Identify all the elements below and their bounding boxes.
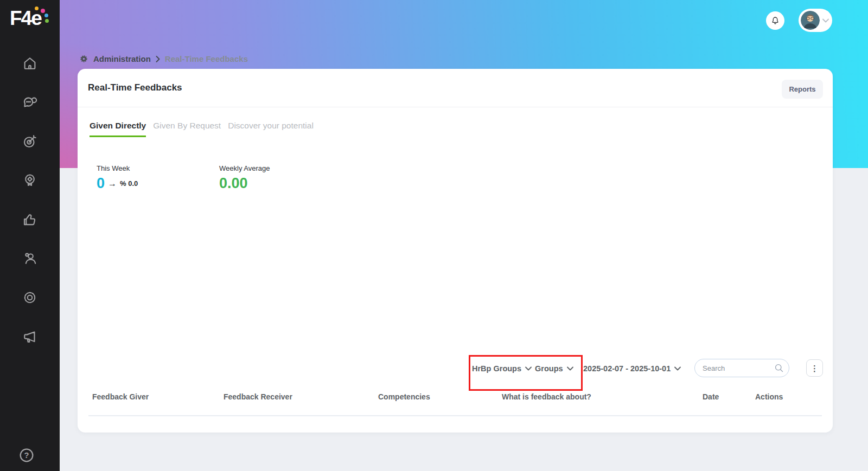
chevron-down-icon xyxy=(822,18,829,23)
column-competencies: Competencies xyxy=(378,392,430,401)
hrbp-groups-dropdown[interactable]: HrBp Groups xyxy=(472,362,532,376)
logo-dot-green xyxy=(45,19,49,23)
logo-dot-yellow xyxy=(35,7,39,10)
sidebar: F4e xyxy=(0,0,60,471)
brand-logo[interactable]: F4e xyxy=(7,5,53,31)
sidebar-item-help[interactable]: ? xyxy=(18,447,35,464)
sidebar-item-announcements[interactable] xyxy=(21,328,39,345)
sidebar-nav xyxy=(21,55,39,345)
target-icon xyxy=(22,133,38,150)
stat-this-week-value: 0 xyxy=(97,176,105,191)
bell-icon xyxy=(770,16,780,25)
settings-icon xyxy=(22,289,38,306)
sidebar-item-home[interactable] xyxy=(21,55,39,72)
tab-discover-your-potential[interactable]: Discover your potential xyxy=(228,121,314,137)
page: F4e xyxy=(0,0,868,471)
page-title: Real-Time Feedbacks xyxy=(88,82,182,93)
notifications-button[interactable] xyxy=(766,11,784,30)
thumbs-up-icon xyxy=(22,211,38,228)
gear-icon xyxy=(79,54,88,63)
groups-dropdown[interactable]: Groups xyxy=(535,362,573,376)
breadcrumb-current[interactable]: Real-Time Feedbacks xyxy=(165,54,248,63)
chevron-right-icon xyxy=(156,56,160,62)
person-icon xyxy=(22,250,38,267)
date-range-value: 2025-02-07 - 2025-10-01 xyxy=(583,364,671,373)
breadcrumb: Administration Real-Time Feedbacks xyxy=(79,54,248,63)
search-box xyxy=(694,359,789,377)
logo-dot-blue xyxy=(44,14,48,17)
chat-icon xyxy=(22,94,38,111)
breadcrumb-administration[interactable]: Administration xyxy=(93,54,151,63)
tabs: Given Directly Given By Request Discover… xyxy=(90,121,314,137)
sidebar-item-badges[interactable] xyxy=(21,172,39,189)
header-divider xyxy=(78,107,833,107)
stat-this-week-percent: % 0.0 xyxy=(120,179,138,188)
chevron-down-icon xyxy=(525,366,532,371)
help-icon: ? xyxy=(18,447,35,464)
tab-given-directly[interactable]: Given Directly xyxy=(90,121,146,137)
brand-logo-text: F4e xyxy=(10,7,41,29)
real-time-feedbacks-card: Real-Time Feedbacks Reports Given Direct… xyxy=(78,69,833,433)
reports-button[interactable]: Reports xyxy=(782,80,823,99)
column-date: Date xyxy=(703,392,719,401)
sidebar-item-people[interactable] xyxy=(21,250,39,267)
stat-this-week: This Week 0 → % 0.0 xyxy=(97,164,138,191)
logo-dot-pink xyxy=(41,9,45,13)
hrbp-groups-label: HrBp Groups xyxy=(472,364,521,373)
column-feedback-receiver: Feedback Receiver xyxy=(224,392,292,401)
stat-this-week-label: This Week xyxy=(97,164,138,172)
sidebar-item-feedbacks[interactable] xyxy=(21,94,39,111)
sidebar-item-settings[interactable] xyxy=(21,289,39,306)
arrow-right-icon: → xyxy=(108,179,117,189)
search-icon xyxy=(774,363,784,373)
svg-text:?: ? xyxy=(24,451,29,460)
user-menu[interactable] xyxy=(799,9,832,32)
table-header-divider xyxy=(88,415,822,416)
sidebar-item-likes[interactable] xyxy=(21,211,39,228)
badge-icon xyxy=(22,172,38,189)
more-options-button[interactable]: ⋮ xyxy=(806,359,823,377)
groups-label: Groups xyxy=(535,364,563,373)
column-feedback-giver: Feedback Giver xyxy=(92,392,149,401)
sidebar-item-goals[interactable] xyxy=(21,133,39,150)
stat-weekly-average-label: Weekly Average xyxy=(219,164,270,172)
chevron-down-icon xyxy=(674,366,681,371)
stat-weekly-average: Weekly Average 0.00 xyxy=(219,164,270,191)
tab-given-by-request[interactable]: Given By Request xyxy=(153,121,221,137)
column-actions: Actions xyxy=(755,392,783,401)
home-icon xyxy=(22,55,38,72)
avatar xyxy=(801,11,820,30)
chevron-down-icon xyxy=(567,366,573,371)
date-range-picker[interactable]: 2025-02-07 - 2025-10-01 xyxy=(583,362,681,376)
megaphone-icon xyxy=(22,328,38,345)
stat-weekly-average-value: 0.00 xyxy=(219,176,248,191)
column-what-is-feedback-about: What is feedback about? xyxy=(502,392,591,401)
